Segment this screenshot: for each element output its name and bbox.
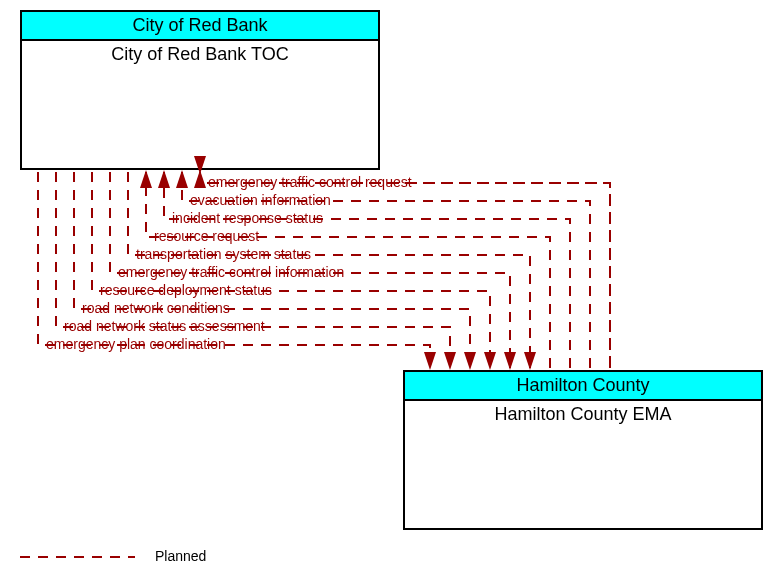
flow-label-3: resource request [154, 228, 259, 244]
flow-label-0: emergency traffic control request [208, 174, 412, 190]
flow-label-9: emergency plan coordination [46, 336, 226, 352]
flow-label-5: emergency traffic control information [118, 264, 344, 280]
flow-label-2: incident response status [172, 210, 323, 226]
flow-label-8: road network status assessment [64, 318, 265, 334]
flow-label-7: road network conditions [82, 300, 230, 316]
flow-label-6: resource deployment status [100, 282, 272, 298]
flow-label-4: transportation system status [136, 246, 311, 262]
legend-planned: Planned [155, 548, 206, 564]
flow-label-1: evacuation information [190, 192, 331, 208]
